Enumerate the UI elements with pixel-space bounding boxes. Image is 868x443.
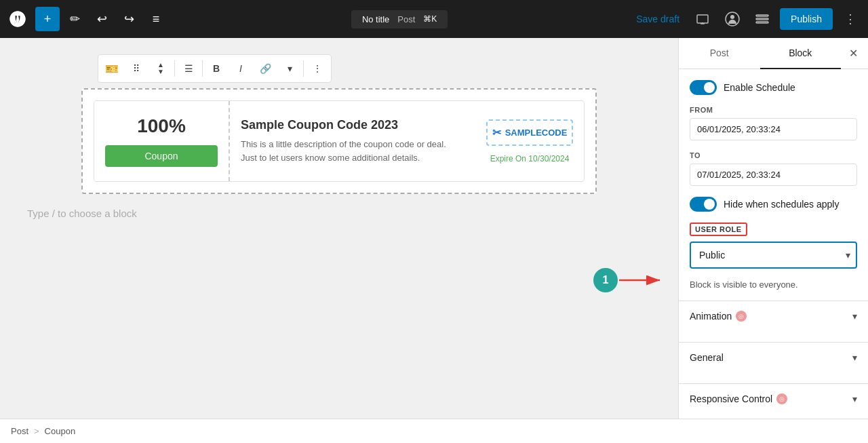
coupon-middle: Sample Coupon Code 2023 This is a little… [230,101,475,181]
undo-button[interactable]: ↩ [90,7,114,31]
title-pill[interactable]: No title Post ⌘K [351,10,448,28]
align-button[interactable]: ☰ [176,56,201,81]
enable-schedule-row: Enable Schedule [690,80,857,95]
user-role-section: USER ROLE Public Logged In Admin Editor … [690,223,857,269]
coupon-description: This is a little description of the coup… [241,138,465,164]
editor-relative: 100% Coupon Sample Coupon Code 2023 This… [81,88,597,205]
sidebar-tabs: Post Block ✕ [679,38,868,69]
redo-button[interactable]: ↪ [117,7,141,31]
coupon-right: ✂ SAMPLECODE Expire On 10/30/2024 [475,101,584,181]
tab-post[interactable]: Post [679,38,760,69]
publish-button[interactable]: Publish [780,8,833,30]
user-role-badge: USER ROLE [690,223,747,236]
list-view-button[interactable]: ≡ [144,7,168,31]
avatar-button[interactable] [720,7,745,31]
animation-label: Animation ◎ [690,311,747,322]
wp-logo[interactable]: W [5,7,30,31]
coupon-wrapper[interactable]: 100% Coupon Sample Coupon Code 2023 This… [81,88,597,194]
drag-handle[interactable]: ⠿ [124,56,149,81]
sidebar-content: Enable Schedule FROM TO Hide when schedu… [679,69,868,419]
svg-text:W: W [14,14,22,24]
more-options-button[interactable]: ⋮ [838,7,863,31]
hide-schedule-label: Hide when schedules apply [724,199,839,210]
responsive-chevron-icon: ▾ [852,393,857,404]
animation-accordion[interactable]: Animation ◎ ▾ [679,301,868,331]
responsive-accordion[interactable]: Responsive Control ◎ ▾ [679,383,868,414]
coupon-title: Sample Coupon Code 2023 [241,118,465,132]
type-hint[interactable]: Type / to choose a block [16,205,137,222]
main-area: 🎫 ⠿ ▲▼ ☰ B I 🔗 ▾ ⋮ 100% Coupon [0,38,868,419]
shortcut-hint: ⌘K [423,14,437,24]
coupon-percent: 100% [137,115,186,137]
animation-chevron-icon: ▾ [852,311,857,322]
visibility-note: Block is visible to everyone. [690,280,857,290]
responsive-label: Responsive Control ◎ [690,393,787,404]
topbar-right: Save draft Publish ⋮ [631,7,863,31]
to-label: TO [690,151,857,159]
preview-button[interactable] [690,7,715,31]
breadcrumb-coupon[interactable]: Coupon [45,426,76,436]
block-type-icon[interactable]: 🎫 [100,56,124,81]
from-field-group: FROM [690,106,857,140]
enable-schedule-toggle[interactable] [690,80,717,95]
breadcrumb-separator: > [34,426,39,436]
tab-block[interactable]: Block [760,38,842,69]
more-rich-options[interactable]: ▾ [277,56,302,81]
link-button[interactable]: 🔗 [253,56,277,81]
to-field-group: TO [690,151,857,186]
user-role-select[interactable]: Public Logged In Admin Editor [690,242,857,269]
general-accordion[interactable]: General ▾ [679,342,868,372]
breadcrumb-post[interactable]: Post [11,426,28,436]
coupon-left: 100% Coupon [94,101,230,181]
divider-2 [202,60,203,77]
general-label: General [690,352,724,363]
divider-1 [174,60,175,77]
add-block-button[interactable]: + [35,7,60,31]
enable-schedule-label: Enable Schedule [724,82,795,93]
svg-rect-5 [756,15,768,16]
title-area: No title Post ⌘K [171,10,628,28]
pencil-button[interactable]: ✏ [62,7,87,31]
svg-point-4 [730,15,734,19]
post-type: Post [397,14,415,24]
block-more-button[interactable]: ⋮ [305,56,330,81]
coupon-code: SAMPLECODE [505,128,568,138]
post-title: No title [362,14,389,24]
coupon-code-box[interactable]: ✂ SAMPLECODE [486,119,573,146]
bold-button[interactable]: B [204,56,229,81]
animation-badge-icon: ◎ [736,311,747,322]
italic-button[interactable]: I [229,56,253,81]
responsive-badge-icon: ◎ [776,393,787,404]
to-input[interactable] [690,163,857,186]
topbar: W + ✏ ↩ ↪ ≡ No title Post ⌘K Save draft … [0,0,868,38]
from-input[interactable] [690,118,857,140]
save-draft-button[interactable]: Save draft [631,9,685,28]
general-chevron-icon: ▾ [852,352,857,363]
coupon-block: 100% Coupon Sample Coupon Code 2023 This… [94,100,585,182]
svg-rect-2 [697,15,708,23]
divider-3 [303,60,304,77]
move-up-down[interactable]: ▲▼ [149,56,173,81]
hide-schedule-row: Hide when schedules apply [690,197,857,212]
block-toolbar: 🎫 ⠿ ▲▼ ☰ B I 🔗 ▾ ⋮ [98,54,332,83]
svg-rect-7 [756,22,768,23]
sidebar: Post Block ✕ Enable Schedule FROM TO [678,38,868,419]
svg-rect-6 [756,18,768,20]
settings-button[interactable] [750,7,774,31]
status-bar: Post > Coupon [0,419,868,443]
user-role-label-wrapper: USER ROLE [690,223,857,236]
scissors-icon: ✂ [492,126,501,139]
coupon-action-button[interactable]: Coupon [105,145,218,167]
hide-schedule-toggle[interactable] [690,197,717,212]
coupon-expire: Expire On 10/30/2024 [490,154,570,163]
close-sidebar-button[interactable]: ✕ [844,44,863,63]
select-wrapper: Public Logged In Admin Editor ▾ [690,242,857,269]
from-label: FROM [690,106,857,114]
editor-area: 🎫 ⠿ ▲▼ ☰ B I 🔗 ▾ ⋮ 100% Coupon [0,38,678,419]
